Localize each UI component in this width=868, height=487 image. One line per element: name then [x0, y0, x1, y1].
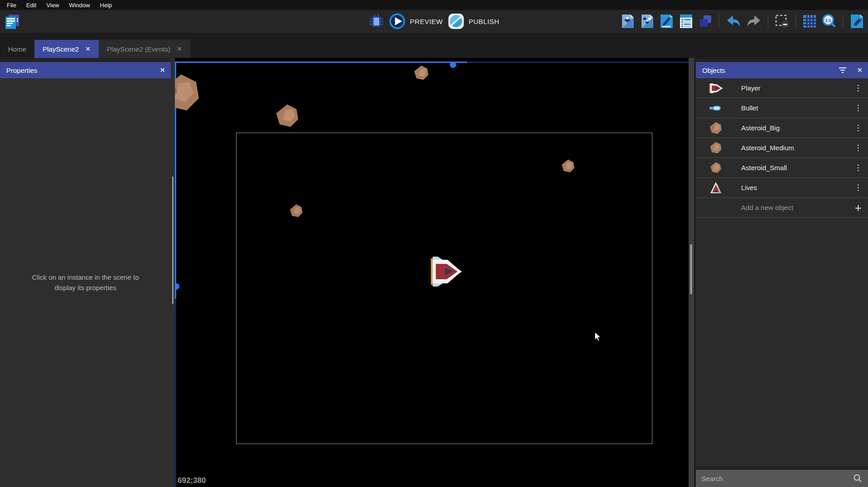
- close-icon[interactable]: ✕: [857, 66, 863, 74]
- lives-thumbnail: [707, 181, 725, 195]
- plus-icon[interactable]: +: [855, 202, 862, 214]
- main-area: Properties ✕ Click on an instance in the…: [0, 58, 868, 487]
- kebab-menu-icon[interactable]: ⋮: [853, 163, 863, 172]
- debug-icon: [369, 14, 384, 29]
- panel-gap: [0, 58, 171, 62]
- instance-asteroid-small[interactable]: [413, 65, 429, 81]
- project-manager-icon: [4, 13, 21, 30]
- instance-asteroid-big[interactable]: [175, 72, 202, 113]
- toolbar: PREVIEW PUBLISH: [0, 10, 868, 33]
- add-object-label: Add a new object: [741, 204, 855, 211]
- tab-close-icon[interactable]: ✕: [85, 46, 91, 52]
- redo-button[interactable]: [746, 14, 762, 29]
- instance-properties-icon: [659, 14, 674, 29]
- deselect-icon: [774, 14, 790, 29]
- preview-label: PREVIEW: [410, 18, 443, 25]
- instance-asteroid-small[interactable]: [289, 204, 304, 218]
- add-object-row[interactable]: Add a new object +: [696, 198, 868, 218]
- object-groups-button[interactable]: [639, 14, 655, 29]
- menu-window[interactable]: Window: [64, 1, 95, 10]
- zoom-1-1-button[interactable]: 1:1: [821, 14, 837, 29]
- publish-button[interactable]: PUBLISH: [447, 13, 499, 30]
- objects-panel-header: Objects ✕: [696, 62, 868, 78]
- tab-label: PlayScene2: [43, 45, 79, 53]
- toolbar-divider: [843, 14, 843, 28]
- layers-button[interactable]: [698, 14, 713, 29]
- tab-playscene2[interactable]: PlayScene2 ✕: [34, 40, 99, 58]
- kebab-menu-icon[interactable]: ⋮: [853, 143, 863, 153]
- properties-panel: Properties ✕ Click on an instance in the…: [0, 58, 171, 487]
- properties-canvas-splitter[interactable]: [171, 58, 175, 487]
- tab-playscene2-events[interactable]: PlayScene2 (Events) ✕: [99, 40, 190, 58]
- search-input[interactable]: [701, 475, 853, 482]
- scene-canvas[interactable]: 692;380: [175, 58, 694, 487]
- object-name: Asteroid_Small: [741, 164, 853, 172]
- preview-play-icon: [389, 13, 406, 30]
- grid-button[interactable]: [802, 14, 817, 29]
- object-row-asteroid-small[interactable]: Asteroid_Small ⋮: [696, 158, 868, 178]
- objects-editor-button[interactable]: [620, 14, 635, 29]
- objects-search-bar: [696, 470, 868, 487]
- deselect-button[interactable]: [774, 14, 790, 29]
- canvas-vertical-scrollbar[interactable]: [689, 58, 694, 487]
- undo-icon: [725, 14, 742, 29]
- project-manager-button[interactable]: [4, 13, 21, 30]
- layers-icon: [698, 14, 713, 29]
- search-icon: [853, 473, 863, 483]
- menu-view[interactable]: View: [41, 1, 64, 10]
- window-edge-top: [467, 62, 694, 63]
- instance-player-ship[interactable]: [424, 253, 462, 291]
- menu-file[interactable]: File: [2, 1, 21, 10]
- objects-panel-filler: [696, 218, 868, 466]
- instances-list-button[interactable]: [678, 14, 694, 29]
- objects-panel-title: Objects: [702, 67, 725, 74]
- kebab-menu-icon[interactable]: ⋮: [853, 103, 863, 113]
- object-groups-icon: [639, 14, 655, 29]
- zoom-1-1-icon: 1:1: [821, 14, 837, 29]
- object-name: Asteroid_Medium: [741, 144, 853, 152]
- object-row-lives[interactable]: Lives ⋮: [696, 178, 868, 198]
- tabbar: Home PlayScene2 ✕ PlayScene2 (Events) ✕: [0, 33, 868, 58]
- debug-button[interactable]: [369, 14, 384, 29]
- kebab-menu-icon[interactable]: ⋮: [853, 123, 863, 133]
- publish-globe-icon: [447, 13, 464, 30]
- splitter-thumb[interactable]: [172, 177, 174, 304]
- properties-hint-text: Click on an instance in the scene to dis…: [26, 272, 145, 293]
- kebab-menu-icon[interactable]: ⋮: [853, 183, 863, 192]
- selection-handle-left[interactable]: [175, 283, 179, 290]
- object-name: Lives: [741, 184, 853, 191]
- filter-icon[interactable]: [839, 67, 846, 73]
- objects-panel: Objects ✕ Player ⋮: [694, 58, 868, 487]
- mouse-cursor: [594, 332, 603, 342]
- menu-help[interactable]: Help: [95, 1, 117, 10]
- object-row-asteroid-big[interactable]: Asteroid_Big ⋮: [696, 118, 868, 138]
- object-row-player[interactable]: Player ⋮: [696, 78, 868, 98]
- menu-edit[interactable]: Edit: [21, 1, 41, 10]
- object-name: Player: [741, 84, 853, 92]
- close-icon[interactable]: ✕: [159, 66, 165, 74]
- object-row-asteroid-medium[interactable]: Asteroid_Medium ⋮: [696, 138, 868, 158]
- redo-icon: [746, 14, 762, 29]
- instance-asteroid-small[interactable]: [561, 159, 575, 173]
- life-ship-icon: [709, 181, 723, 195]
- svg-text:1:1: 1:1: [825, 18, 831, 23]
- selection-handle-top[interactable]: [450, 62, 456, 68]
- tab-close-icon[interactable]: ✕: [177, 46, 182, 52]
- menubar: File Edit View Window Help: [0, 0, 868, 10]
- panel-gap: [696, 58, 868, 62]
- bullet-icon: [709, 105, 723, 112]
- undo-button[interactable]: [725, 14, 742, 29]
- instance-asteroid-medium[interactable]: [275, 103, 300, 129]
- toolbar-divider: [768, 14, 768, 28]
- tab-label: Home: [8, 45, 26, 53]
- asteroid-medium-thumbnail: [707, 141, 725, 154]
- cursor-coordinates: 692;380: [178, 476, 206, 485]
- bullet-thumbnail: [707, 105, 725, 112]
- tab-home[interactable]: Home: [0, 40, 34, 58]
- object-row-bullet[interactable]: Bullet ⋮: [696, 98, 868, 118]
- scrollbar-thumb[interactable]: [690, 244, 692, 294]
- scene-properties-button[interactable]: [849, 14, 864, 29]
- instance-properties-button[interactable]: [659, 14, 674, 29]
- kebab-menu-icon[interactable]: ⋮: [853, 83, 863, 93]
- preview-button[interactable]: PREVIEW: [389, 13, 443, 30]
